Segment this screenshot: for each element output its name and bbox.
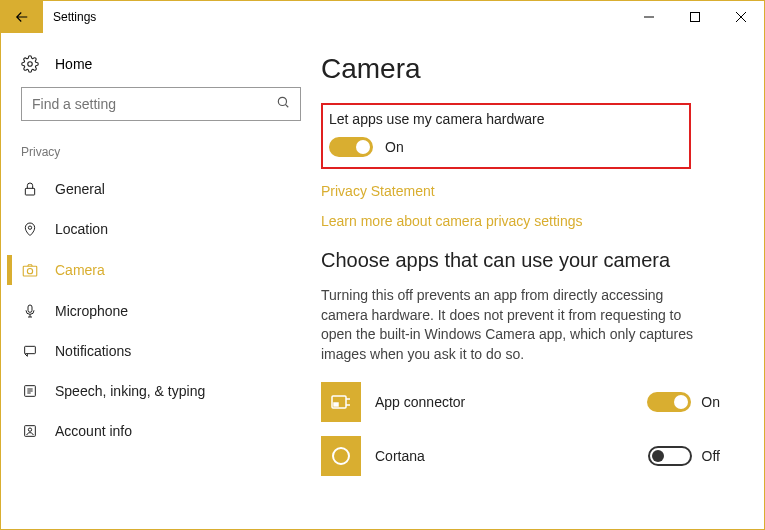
search-box[interactable] (21, 87, 301, 121)
sidebar-item-notifications[interactable]: Notifications (1, 331, 321, 371)
sidebar-item-camera[interactable]: Camera (1, 249, 321, 291)
sidebar-item-label: Notifications (55, 343, 131, 359)
app-connector-icon (321, 382, 361, 422)
close-button[interactable] (718, 1, 764, 33)
speech-icon (21, 383, 39, 399)
privacy-statement-link[interactable]: Privacy Statement (321, 183, 730, 199)
search-input[interactable] (32, 96, 276, 112)
page-title: Camera (321, 53, 730, 85)
app-name: App connector (375, 394, 633, 410)
app-toggle-state: On (701, 394, 720, 410)
maximize-button[interactable] (672, 1, 718, 33)
titlebar: Settings (1, 1, 764, 33)
choose-apps-description: Turning this off prevents an app from di… (321, 286, 701, 364)
maximize-icon (690, 12, 700, 22)
svg-point-8 (28, 226, 31, 229)
sidebar-item-microphone[interactable]: Microphone (1, 291, 321, 331)
microphone-icon (21, 303, 39, 319)
svg-rect-20 (334, 403, 338, 406)
home-button[interactable]: Home (1, 45, 321, 87)
app-row: App connector On (321, 382, 730, 422)
svg-point-23 (333, 448, 349, 464)
window-controls (626, 1, 764, 33)
home-label: Home (55, 56, 92, 72)
master-toggle[interactable] (329, 137, 373, 157)
sidebar-item-label: Speech, inking, & typing (55, 383, 205, 399)
svg-point-18 (28, 428, 31, 431)
back-button[interactable] (1, 1, 43, 33)
notifications-icon (21, 343, 39, 359)
svg-rect-9 (23, 266, 37, 276)
highlight-box: Let apps use my camera hardware On (321, 103, 691, 169)
gear-icon (21, 55, 39, 73)
sidebar-item-speech[interactable]: Speech, inking, & typing (1, 371, 321, 411)
camera-icon (21, 261, 39, 279)
arrow-left-icon (13, 8, 31, 26)
svg-point-5 (278, 97, 286, 105)
window-title: Settings (43, 10, 96, 24)
svg-point-10 (27, 269, 32, 274)
category-heading: Privacy (1, 141, 321, 169)
cortana-icon (321, 436, 361, 476)
sidebar-item-label: Camera (55, 262, 105, 278)
sidebar-item-label: Location (55, 221, 108, 237)
sidebar: Home Privacy General Location Camera (1, 33, 321, 529)
svg-point-4 (28, 62, 33, 67)
sidebar-item-account[interactable]: Account info (1, 411, 321, 451)
minimize-icon (644, 12, 654, 22)
app-toggle-state: Off (702, 448, 720, 464)
svg-line-6 (285, 104, 288, 107)
account-icon (21, 423, 39, 439)
sidebar-item-location[interactable]: Location (1, 209, 321, 249)
cortana-toggle[interactable] (648, 446, 692, 466)
svg-rect-7 (25, 188, 34, 195)
svg-rect-1 (691, 13, 700, 22)
svg-rect-11 (28, 305, 32, 312)
sidebar-item-label: Account info (55, 423, 132, 439)
close-icon (736, 12, 746, 22)
learn-more-link[interactable]: Learn more about camera privacy settings (321, 213, 730, 229)
svg-rect-12 (25, 346, 36, 353)
sidebar-item-general[interactable]: General (1, 169, 321, 209)
choose-apps-heading: Choose apps that can use your camera (321, 249, 730, 272)
master-toggle-state: On (385, 139, 404, 155)
minimize-button[interactable] (626, 1, 672, 33)
search-icon (276, 95, 290, 113)
master-toggle-caption: Let apps use my camera hardware (329, 111, 679, 127)
main-panel: Camera Let apps use my camera hardware O… (321, 33, 764, 529)
lock-icon (21, 181, 39, 197)
app-row: Cortana Off (321, 436, 730, 476)
sidebar-item-label: Microphone (55, 303, 128, 319)
app-name: Cortana (375, 448, 634, 464)
sidebar-item-label: General (55, 181, 105, 197)
app-connector-toggle[interactable] (647, 392, 691, 412)
location-icon (21, 221, 39, 237)
